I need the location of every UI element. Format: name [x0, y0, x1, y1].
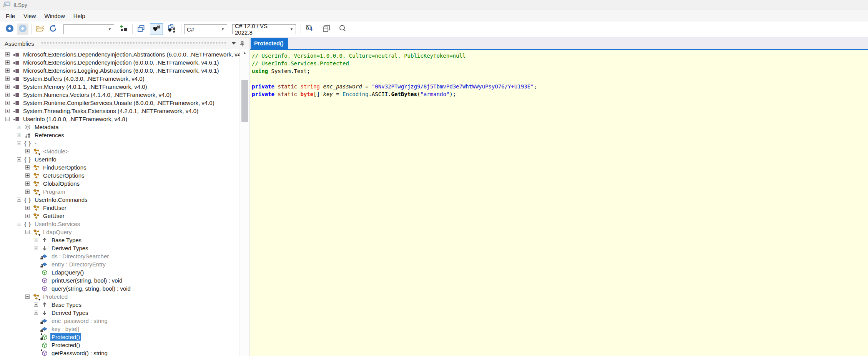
tree-item[interactable]: +Derived Types: [0, 244, 239, 252]
expand-icon[interactable]: +: [17, 125, 21, 129]
refresh-button[interactable]: [47, 23, 59, 35]
tree-item[interactable]: printUser(string, bool) : void: [0, 276, 239, 284]
expand-icon[interactable]: +: [25, 214, 30, 218]
expand-icon[interactable]: +: [5, 101, 10, 105]
tree-item[interactable]: +GetUser: [0, 212, 239, 220]
tree-item[interactable]: enc_password : string: [0, 317, 239, 325]
tree-item[interactable]: +Microsoft.Extensions.DependencyInjectio…: [0, 50, 239, 58]
tree-item[interactable]: +System.Memory (4.0.1.1, .NETFramework, …: [0, 83, 239, 91]
expand-icon[interactable]: +: [25, 173, 30, 178]
search-button[interactable]: [337, 23, 348, 35]
expand-icon[interactable]: +: [5, 68, 10, 73]
menu-file[interactable]: File: [2, 11, 19, 21]
collapse-icon[interactable]: −: [5, 117, 10, 121]
tree-item[interactable]: +System.Buffers (4.0.3.0, .NETFramework,…: [0, 75, 239, 83]
tree-item[interactable]: −♥LdapQuery: [0, 228, 239, 236]
tree-item[interactable]: +Base Types: [0, 301, 239, 309]
compiler-version-combobox[interactable]: C# 12.0 / VS 2022.8 ▼: [232, 24, 296, 34]
tree-item[interactable]: entry : DirectoryEntry: [0, 260, 239, 268]
code-token: .ASCII.: [369, 91, 391, 97]
collapse-icon[interactable]: −: [17, 198, 21, 202]
expand-icon[interactable]: +: [34, 246, 38, 250]
expand-icon[interactable]: +: [25, 190, 30, 194]
back-button[interactable]: [4, 23, 15, 35]
tree-item[interactable]: +Metadata: [0, 123, 239, 131]
tree-item[interactable]: +References: [0, 131, 239, 139]
expand-icon[interactable]: +: [25, 149, 30, 153]
collapse-icon[interactable]: −: [25, 294, 30, 299]
menu-help[interactable]: Help: [69, 11, 90, 21]
tree-item-label: Microsoft.Extensions.Logging.Abstraction…: [22, 67, 220, 74]
expand-icon[interactable]: +: [5, 93, 10, 97]
tree-item[interactable]: ds : DirectorySearcher: [0, 252, 239, 260]
expand-icon[interactable]: +: [5, 60, 10, 65]
window-copy-button[interactable]: [321, 23, 332, 35]
panel-menu-button[interactable]: [229, 40, 238, 47]
tree-item[interactable]: +GlobalOptions: [0, 180, 239, 188]
tree-item[interactable]: +GetUserOptions: [0, 171, 239, 180]
tree-scrollbar[interactable]: ▲: [239, 49, 249, 356]
tree-item[interactable]: −♥Protected: [0, 293, 239, 301]
tree-item[interactable]: +Microsoft.Extensions.Logging.Abstractio…: [0, 67, 239, 75]
code-token: Encoding: [343, 91, 368, 97]
tree-item[interactable]: −{ }-: [0, 139, 239, 147]
forward-button[interactable]: [17, 23, 28, 35]
expand-icon[interactable]: +: [5, 77, 10, 81]
expand-icon[interactable]: +: [34, 311, 38, 315]
expand-icon[interactable]: +: [17, 133, 21, 137]
collapse-icon[interactable]: −: [17, 222, 21, 226]
tree-item[interactable]: −UserInfo (1.0.0.0, .NETFramework, v4.8): [0, 115, 239, 123]
tree-item[interactable]: +FindUserOptions: [0, 163, 239, 171]
scrollbar-thumb[interactable]: [241, 80, 248, 122]
tree-item[interactable]: +System.Numerics.Vectors (4.1.4.0, .NETF…: [0, 91, 239, 99]
tab-protected[interactable]: Protected(): [251, 38, 288, 49]
pin-button[interactable]: [238, 40, 246, 47]
expand-icon[interactable]: +: [5, 109, 10, 113]
tree-item[interactable]: +FindUser: [0, 204, 239, 212]
expand-icon[interactable]: +: [25, 181, 30, 186]
tree-item[interactable]: +System.Runtime.CompilerServices.Unsafe …: [0, 99, 239, 107]
sort-button[interactable]: A: [304, 23, 315, 35]
expand-icon[interactable]: +: [25, 206, 30, 210]
scrollbar-up-icon[interactable]: ▲: [240, 49, 249, 56]
tree-item[interactable]: −{ }UserInfo.Commands: [0, 196, 239, 204]
class-icon: [33, 213, 40, 219]
menu-window[interactable]: Window: [40, 11, 69, 21]
open-file-button[interactable]: [34, 23, 46, 35]
tree-item[interactable]: +System.Threading.Tasks.Extensions (4.2.…: [0, 107, 239, 115]
code-token: private: [252, 91, 274, 97]
api-visibility-internal-toggle[interactable]: [150, 23, 163, 35]
tree-item[interactable]: key : byte[]: [0, 325, 239, 333]
tree-item[interactable]: −{ }UserInfo: [0, 155, 239, 163]
tree-item[interactable]: +♥<Module>: [0, 147, 239, 155]
tree-item[interactable]: Protected(): [0, 341, 239, 349]
expand-icon[interactable]: +: [25, 165, 30, 170]
tree-item[interactable]: +Microsoft.Extensions.DependencyInjectio…: [0, 58, 239, 67]
panel-grip[interactable]: [40, 42, 227, 45]
collapse-icon[interactable]: −: [25, 230, 30, 234]
tree-item[interactable]: +Derived Types: [0, 309, 239, 317]
code-view[interactable]: // UserInfo, Version=1.0.0.0, Culture=ne…: [250, 50, 868, 356]
class-icon: [33, 172, 40, 179]
api-visibility-all-button[interactable]: [165, 23, 178, 35]
expand-icon[interactable]: +: [34, 303, 38, 307]
menu-view[interactable]: View: [19, 11, 40, 21]
language-combobox[interactable]: C# ▼: [184, 24, 227, 34]
back-icon: [5, 24, 14, 34]
expand-icon[interactable]: +: [5, 85, 10, 89]
assembly-icon: [13, 75, 20, 82]
collapse-icon[interactable]: −: [17, 157, 21, 161]
tree-item[interactable]: ★Protected(): [0, 333, 239, 341]
tree-item[interactable]: −{ }UserInfo.Services: [0, 220, 239, 228]
expand-icon[interactable]: +: [5, 52, 10, 57]
manage-assembly-lists-button[interactable]: [118, 23, 130, 35]
duplicate-tab-button[interactable]: [135, 23, 147, 35]
tree-item[interactable]: LdapQuery(): [0, 268, 239, 276]
collapse-icon[interactable]: −: [17, 141, 21, 145]
tree-item[interactable]: ★getPassword() : string: [0, 349, 239, 356]
tree-item[interactable]: query(string, string, bool) : void: [0, 284, 239, 293]
tree-item[interactable]: +Base Types: [0, 236, 239, 244]
assembly-list-combobox[interactable]: ▼: [63, 24, 114, 34]
tree-item[interactable]: +♥Program: [0, 188, 239, 196]
expand-icon[interactable]: +: [34, 238, 38, 242]
